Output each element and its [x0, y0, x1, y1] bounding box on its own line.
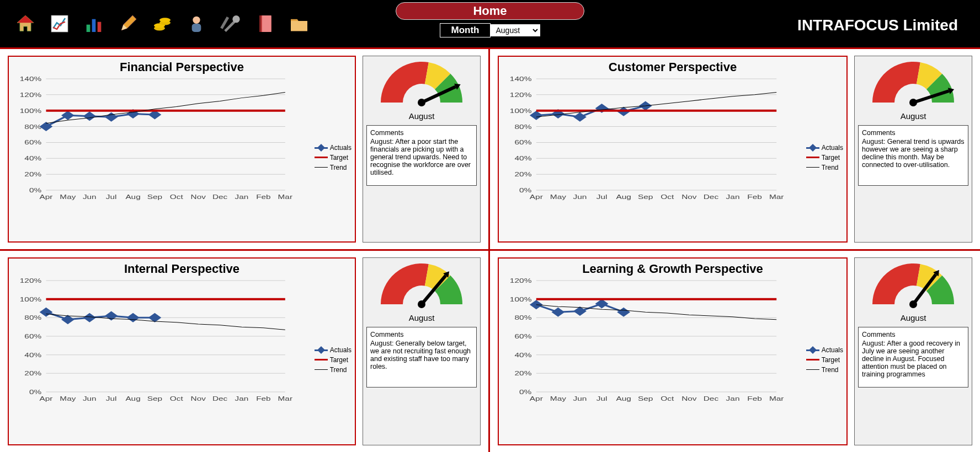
- svg-text:Sep: Sep: [638, 395, 653, 402]
- svg-rect-4: [92, 19, 96, 32]
- svg-text:Oct: Oct: [661, 395, 674, 402]
- legend-actuals: Actuals: [822, 144, 843, 152]
- comments-header: Comments: [862, 129, 965, 137]
- svg-text:60%: 60%: [514, 333, 531, 340]
- svg-text:Mar: Mar: [769, 193, 784, 200]
- topbar: Home Month August INTRAFOCUS Limited: [0, 0, 980, 47]
- svg-rect-158: [617, 307, 630, 316]
- user-icon[interactable]: [185, 13, 207, 35]
- svg-text:Apr: Apr: [40, 395, 54, 402]
- svg-text:Feb: Feb: [256, 193, 270, 200]
- panel-financial: Financial Perspective 0%20%40%60%80%100%…: [0, 49, 490, 251]
- svg-rect-154: [530, 300, 543, 309]
- notebook-icon[interactable]: [254, 13, 276, 35]
- center-controls: Home Month August: [396, 0, 584, 37]
- svg-text:20%: 20%: [514, 171, 531, 177]
- chart-box: Customer Perspective 0%20%40%60%80%100%1…: [498, 56, 848, 243]
- svg-text:Feb: Feb: [747, 193, 762, 200]
- svg-text:Nov: Nov: [681, 193, 697, 200]
- svg-rect-5: [98, 22, 102, 32]
- panel-learning: Learning & Growth Perspective 0%20%40%60…: [490, 251, 980, 453]
- bar-chart-icon[interactable]: [83, 13, 105, 35]
- svg-text:Jun: Jun: [83, 395, 97, 402]
- svg-text:140%: 140%: [20, 76, 41, 82]
- svg-text:Jun: Jun: [83, 193, 97, 200]
- panel-customer: Customer Perspective 0%20%40%60%80%100%1…: [490, 49, 980, 251]
- legend-trend: Trend: [330, 366, 347, 374]
- svg-text:80%: 80%: [24, 123, 41, 130]
- svg-text:Mar: Mar: [769, 395, 784, 402]
- chart-title: Internal Perspective: [12, 262, 351, 276]
- legend-actuals: Actuals: [330, 346, 351, 354]
- comments-box: Comments August: After a good recovery i…: [858, 327, 968, 388]
- svg-text:Sep: Sep: [147, 193, 162, 200]
- comments-header: Comments: [370, 331, 473, 338]
- svg-text:Dec: Dec: [704, 395, 719, 402]
- gauge-month-label: August: [901, 313, 926, 322]
- svg-text:Sep: Sep: [147, 395, 162, 402]
- legend: Actuals Target Trend: [806, 344, 843, 376]
- comments-text: August: Generally below target, we are n…: [370, 340, 471, 370]
- svg-text:Jan: Jan: [235, 193, 249, 200]
- comments-box: Comments August: After a poor start the …: [366, 125, 477, 186]
- legend-target: Target: [330, 356, 348, 364]
- chart-report-icon[interactable]: [49, 13, 71, 35]
- svg-text:Nov: Nov: [681, 395, 697, 402]
- svg-rect-86: [573, 112, 587, 122]
- svg-text:Jul: Jul: [596, 395, 608, 402]
- tools-icon[interactable]: [220, 13, 242, 35]
- svg-text:100%: 100%: [510, 107, 532, 114]
- home-button[interactable]: Home: [396, 2, 584, 20]
- svg-text:Mar: Mar: [278, 193, 293, 200]
- pencil-icon[interactable]: [117, 13, 139, 35]
- svg-text:Jan: Jan: [726, 193, 740, 200]
- comments-text: August: General trend is upwards however…: [862, 138, 965, 169]
- chart-box: Learning & Growth Perspective 0%20%40%60…: [498, 257, 848, 446]
- legend-actuals: Actuals: [822, 346, 843, 354]
- side-box: August Comments August: After a poor sta…: [363, 56, 481, 243]
- side-box: August Comments August: Generally below …: [363, 257, 481, 446]
- month-select[interactable]: August: [491, 24, 540, 36]
- svg-text:May: May: [60, 395, 76, 402]
- svg-text:140%: 140%: [510, 76, 532, 82]
- folder-icon[interactable]: [288, 13, 310, 35]
- comments-header: Comments: [862, 331, 965, 338]
- svg-text:100%: 100%: [20, 295, 41, 302]
- company-name: INTRAFOCUS Limited: [797, 17, 958, 34]
- home-icon[interactable]: [14, 13, 36, 35]
- svg-text:0%: 0%: [519, 187, 531, 193]
- svg-text:Jun: Jun: [573, 395, 587, 402]
- svg-text:120%: 120%: [20, 277, 41, 284]
- svg-text:Apr: Apr: [530, 395, 544, 402]
- svg-text:Nov: Nov: [191, 193, 206, 200]
- svg-text:Dec: Dec: [704, 193, 719, 200]
- gauge-icon: [369, 60, 474, 109]
- svg-marker-1: [17, 15, 34, 23]
- svg-text:Oct: Oct: [170, 395, 183, 402]
- svg-text:Jul: Jul: [106, 193, 117, 200]
- legend-target: Target: [330, 154, 348, 162]
- panel-internal: Internal Perspective 0%20%40%60%80%100%1…: [0, 251, 490, 453]
- comments-box: Comments August: General trend is upward…: [858, 125, 968, 186]
- svg-text:120%: 120%: [510, 277, 532, 284]
- svg-text:100%: 100%: [510, 295, 532, 302]
- line-chart: 0%20%40%60%80%100%120%AprMayJunJulAugSep…: [502, 277, 843, 404]
- svg-text:Aug: Aug: [616, 395, 631, 402]
- gauge-icon: [369, 261, 474, 311]
- line-chart: 0%20%40%60%80%100%120%AprMayJunJulAugSep…: [12, 277, 351, 404]
- svg-text:20%: 20%: [24, 171, 41, 177]
- coins-icon[interactable]: [151, 13, 173, 35]
- svg-text:Feb: Feb: [747, 395, 762, 402]
- svg-rect-155: [551, 307, 564, 316]
- svg-text:Jul: Jul: [106, 395, 117, 402]
- svg-text:Mar: Mar: [278, 395, 293, 402]
- svg-text:Jun: Jun: [573, 193, 587, 200]
- svg-text:20%: 20%: [24, 370, 41, 376]
- svg-rect-13: [192, 24, 201, 32]
- svg-text:40%: 40%: [24, 351, 41, 358]
- month-label: Month: [440, 23, 491, 37]
- legend-trend: Trend: [330, 164, 347, 171]
- svg-rect-49: [83, 111, 96, 121]
- side-box: August Comments August: General trend is…: [854, 56, 972, 243]
- svg-text:40%: 40%: [514, 155, 531, 162]
